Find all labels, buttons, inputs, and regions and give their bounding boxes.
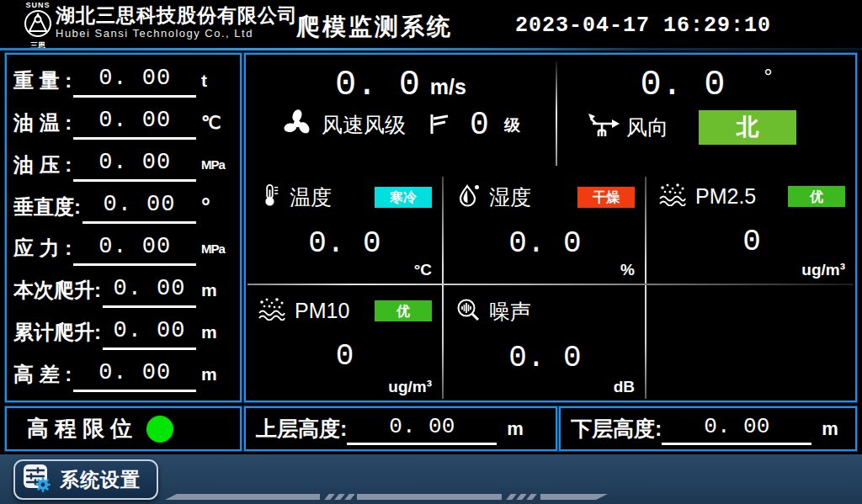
pm25-label: PM2.5	[695, 184, 756, 209]
pm10-value: 0	[258, 339, 432, 374]
temperature-unit: °C	[414, 261, 432, 279]
environment-panel: 0. 0 m/s 风速风级	[244, 53, 857, 402]
water-drop-icon	[455, 183, 481, 211]
row-unit: t	[201, 71, 233, 91]
footer-stripe-slash	[324, 494, 334, 500]
row-label: 油 温 :	[13, 109, 72, 136]
row-label: 重 量 :	[13, 67, 72, 94]
row-label: 垂直度:	[13, 194, 81, 220]
wind-direction-unit: °	[764, 65, 772, 89]
row-verticality: 垂直度: 0. 00 °	[7, 188, 240, 226]
row-unit: °	[201, 199, 233, 215]
row-unit: MPa	[201, 157, 233, 172]
lower-height-label: 下层高度:	[571, 415, 662, 443]
row-value: 0. 00	[103, 273, 196, 308]
humidity-cell: 湿度 干燥 0. 0 %	[444, 171, 645, 284]
thermometer-icon	[258, 183, 281, 211]
wind-speed-unit: m/s	[430, 75, 466, 99]
temperature-label: 温度	[290, 183, 332, 211]
footer-stripe-slash	[506, 494, 516, 500]
footer-stripe	[357, 494, 502, 500]
noise-label: 噪声	[489, 298, 531, 326]
upper-height-unit: m	[507, 418, 524, 440]
row-weight: 重 量 : 0. 00 t	[7, 61, 240, 100]
row-total-climb: 累计爬升: 0. 00 m	[7, 313, 240, 352]
row-label: 本次爬升:	[13, 277, 101, 304]
settings-button-label: 系统设置	[60, 467, 141, 493]
wind-speed-value: 0. 0	[335, 65, 420, 105]
company-logo: SUNS 三思	[19, 1, 57, 50]
row-unit: m	[201, 364, 233, 385]
row-unit: m	[201, 322, 233, 342]
temperature-cell: 温度 寒冷 0. 0 °C	[246, 171, 442, 284]
wind-scale-value: 0	[470, 107, 489, 143]
footer-stripe-slash	[334, 494, 344, 500]
fan-icon	[281, 108, 313, 143]
upper-height-box: 上层高度: 0. 00 m	[244, 406, 557, 451]
wind-direction-label: 风向	[626, 114, 668, 141]
measurement-panel: 重 量 : 0. 00 t 油 温 : 0. 00 ℃ 油 压 : 0. 00 …	[5, 53, 242, 402]
wind-direction-cell: 0. 0 ° 风向 北	[557, 55, 855, 171]
row-value: 0. 00	[82, 189, 196, 224]
footer-stripe	[540, 494, 608, 500]
row-value: 0. 00	[73, 63, 196, 98]
elevation-limit-label: 高程限位	[27, 414, 138, 443]
footer-stripe-slash	[516, 494, 526, 500]
wind-scale-flag-icon	[428, 111, 450, 140]
upper-height-value: 0. 00	[347, 412, 497, 445]
noise-unit: dB	[614, 378, 635, 396]
temperature-status-badge: 寒冷	[375, 187, 432, 208]
company-name: 湖北三思科技股份有限公司 Hubei Sansi Technology Co.,…	[56, 4, 298, 41]
wind-speed-label: 风速风级	[322, 111, 406, 139]
pm-particles-icon	[658, 183, 687, 210]
row-label: 油 压 :	[13, 151, 72, 178]
row-unit: MPa	[201, 241, 233, 256]
humidity-label: 湿度	[489, 183, 531, 211]
header: SUNS 三思 湖北三思科技股份有限公司 Hubei Sansi Technol…	[0, 0, 862, 48]
row-height-difference: 高 差 : 0. 00 m	[7, 355, 240, 394]
row-unit: ℃	[201, 113, 233, 133]
suns-logo-icon	[24, 26, 52, 40]
humidity-status-badge: 干燥	[577, 187, 635, 208]
pm10-status-badge: 优	[375, 300, 432, 321]
system-settings-button[interactable]: 系统设置	[13, 459, 158, 500]
row-value: 0. 00	[73, 231, 196, 266]
row-value: 0. 00	[103, 316, 196, 350]
footer-stripe	[165, 494, 320, 500]
row-value: 0. 00	[73, 105, 196, 140]
datetime-display: 2023-04-17 16:29:10	[515, 13, 771, 38]
lower-height-unit: m	[822, 418, 838, 440]
header-divider	[0, 48, 862, 50]
row-oil-pressure: 油 压 : 0. 00 MPa	[7, 146, 240, 184]
pm-particles-icon	[258, 297, 286, 324]
lower-height-value: 0. 00	[662, 412, 811, 445]
company-name-en: Hubei Sansi Technology Co., Ltd	[56, 26, 298, 41]
row-label: 应 力 :	[13, 235, 72, 262]
row-stress: 应 力 : 0. 00 MPa	[7, 229, 240, 268]
pm10-unit: ug/m³	[388, 378, 432, 396]
elevation-limit-box: 高程限位	[5, 406, 242, 451]
wind-vane-icon	[588, 113, 620, 143]
wind-scale-unit: 级	[504, 114, 520, 136]
row-value: 0. 00	[73, 358, 196, 392]
pm10-label: PM10	[295, 299, 349, 323]
row-oil-temperature: 油 温 : 0. 00 ℃	[7, 103, 240, 142]
logo-top-text: SUNS	[19, 1, 57, 9]
row-unit: m	[201, 280, 233, 300]
page-title: 爬模监测系统	[296, 11, 453, 43]
humidity-value: 0. 0	[455, 226, 635, 261]
pm25-cell: PM2.5 优 0 ug/m³	[646, 171, 855, 284]
elevation-limit-status-light	[146, 416, 173, 443]
footer-stripe-slash	[526, 494, 536, 500]
row-label: 累计爬升:	[13, 319, 101, 346]
noise-value: 0. 0	[455, 341, 635, 375]
footer-bar: 系统设置	[0, 454, 862, 504]
row-value: 0. 00	[73, 147, 196, 182]
pm25-status-badge: 优	[788, 186, 845, 207]
lower-height-box: 下层高度: 0. 00 m	[559, 406, 857, 451]
settings-sliders-gear-icon	[23, 464, 51, 496]
pm25-unit: ug/m³	[801, 261, 845, 279]
wind-direction-value: 0. 0	[641, 65, 726, 105]
humidity-unit: %	[620, 261, 635, 279]
wind-speed-cell: 0. 0 m/s 风速风级	[246, 55, 556, 171]
